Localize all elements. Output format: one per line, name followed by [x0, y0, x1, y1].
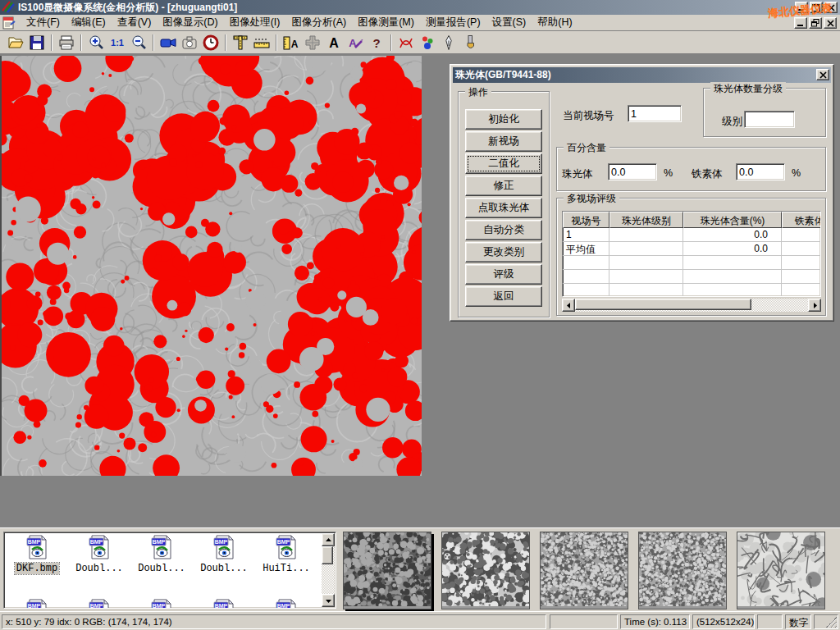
menu-item[interactable]: 测量报告(P) — [420, 14, 486, 31]
file-item[interactable]: BMPDoubl... — [193, 535, 255, 574]
brush-tool-button[interactable] — [459, 33, 481, 52]
thumbnail-2[interactable] — [441, 532, 530, 609]
menu-item[interactable]: 图像测量(M) — [352, 14, 420, 31]
rating-table[interactable]: 视场号珠光体级别珠光体含量(%)铁素体含量(%)10.0平均值0.0 — [562, 211, 821, 297]
level-input[interactable] — [744, 111, 795, 128]
table-cell — [563, 256, 609, 270]
annotate-button[interactable]: A — [345, 33, 366, 52]
menu-item[interactable]: 图像处理(I) — [224, 14, 286, 31]
table-header-row: 视场号珠光体级别珠光体含量(%)铁素体含量(%) — [563, 212, 820, 228]
pen-tool-button[interactable] — [438, 33, 459, 52]
help-button[interactable]: ? — [366, 33, 387, 52]
mdi-minimize-button[interactable] — [794, 17, 807, 29]
menu-item[interactable]: 设置(S) — [486, 14, 532, 31]
current-field-input[interactable] — [628, 105, 682, 122]
file-item[interactable]: BMPDoubl... — [130, 535, 193, 574]
dialog-title-bar[interactable]: 珠光体(GB/T9441-88) — [453, 67, 831, 83]
file-name[interactable]: Doubl... — [136, 563, 187, 574]
file-list-scrollbar[interactable] — [322, 533, 335, 607]
resize-grip[interactable] — [826, 617, 837, 628]
video-camera-button[interactable] — [158, 33, 179, 52]
svg-text:BMP: BMP — [276, 603, 290, 609]
zoom-1to1-button[interactable]: 1:1 — [107, 33, 128, 52]
table-row[interactable] — [563, 256, 820, 270]
close-button[interactable] — [824, 2, 838, 13]
curve-tool-button[interactable] — [395, 33, 417, 52]
multi-field-group-label: 多视场评级 — [564, 192, 619, 206]
op-button-2[interactable]: 新视场 — [465, 131, 542, 152]
mdi-close-button[interactable] — [824, 17, 837, 29]
zoom-out-button[interactable] — [128, 33, 149, 52]
column-header[interactable]: 珠光体含量(%) — [683, 212, 782, 228]
column-header[interactable]: 珠光体级别 — [609, 212, 683, 228]
capture-button[interactable] — [179, 33, 200, 52]
column-header[interactable]: 铁素体含量(%) — [782, 212, 821, 228]
op-button-3[interactable]: 二值化 — [465, 153, 542, 174]
file-item[interactable]: BMP — [130, 599, 193, 609]
file-item[interactable]: BMP — [255, 599, 317, 609]
timer-button[interactable] — [200, 33, 221, 52]
file-item[interactable]: BMP — [193, 599, 255, 609]
op-button-9[interactable]: 返回 — [465, 286, 542, 307]
pearlite-percent-input[interactable] — [608, 163, 657, 180]
table-row[interactable]: 平均值0.0 — [563, 242, 820, 256]
thumbnail-4[interactable] — [638, 532, 727, 609]
print-button[interactable] — [56, 33, 77, 52]
count-points-button[interactable] — [417, 33, 438, 52]
scrollbar-thumb[interactable] — [575, 299, 751, 310]
file-item[interactable]: BMPHuiTi... — [255, 535, 317, 574]
metallographic-image[interactable] — [2, 56, 422, 476]
thumbnail-1[interactable] — [343, 532, 431, 609]
menu-item[interactable]: 图像分析(A) — [285, 14, 352, 31]
file-name[interactable]: Doubl... — [199, 563, 249, 574]
thumbnail-3[interactable] — [540, 532, 628, 609]
table-horizontal-scrollbar[interactable] — [562, 299, 821, 312]
ruler-button[interactable] — [251, 33, 272, 52]
bottom-panel: BMPDKF.bmpBMPDoubl...BMPDoubl...BMPDoubl… — [0, 527, 840, 611]
menu-item[interactable]: 文件(F) — [21, 14, 66, 31]
ferrite-percent-input[interactable] — [736, 163, 785, 180]
file-item[interactable]: BMP — [6, 599, 68, 609]
open-file-button[interactable] — [5, 33, 26, 52]
thumbnail-5[interactable] — [737, 532, 825, 609]
table-row[interactable] — [563, 284, 820, 297]
file-item[interactable]: BMPDoubl... — [68, 535, 130, 574]
caliper-button[interactable] — [230, 33, 251, 52]
op-button-6[interactable]: 自动分类 — [465, 220, 542, 240]
mdi-restore-button[interactable] — [809, 17, 822, 29]
scroll-down-icon[interactable] — [322, 594, 335, 607]
table-row[interactable] — [563, 270, 820, 284]
file-item[interactable]: BMPDKF.bmp — [6, 535, 68, 574]
file-name[interactable]: DKF.bmp — [15, 563, 59, 574]
op-button-5[interactable]: 点取珠光体 — [465, 198, 542, 218]
svg-text:BMP: BMP — [214, 539, 227, 545]
op-button-8[interactable]: 评级 — [465, 264, 542, 285]
op-button-7[interactable]: 更改类别 — [465, 242, 542, 262]
dialog-close-icon[interactable] — [816, 69, 829, 80]
op-button-4[interactable]: 修正 — [465, 176, 542, 196]
file-name[interactable]: HuiTi... — [261, 563, 312, 574]
file-name[interactable]: Doubl... — [74, 563, 125, 574]
menu-item[interactable]: 帮助(H) — [532, 14, 578, 31]
menu-item[interactable]: 图像显示(D) — [157, 14, 223, 31]
menu-item[interactable]: 编辑(E) — [66, 14, 112, 31]
bmp-file-icon: BMP — [213, 599, 235, 609]
text-label-button[interactable]: A — [323, 33, 345, 52]
scroll-right-icon[interactable] — [808, 299, 821, 312]
measure-text-button[interactable]: A — [281, 33, 302, 52]
column-header[interactable]: 视场号 — [563, 212, 609, 228]
scroll-left-icon[interactable] — [562, 299, 575, 312]
minimize-button[interactable] — [795, 2, 808, 13]
op-button-1[interactable]: 初始化 — [465, 109, 542, 130]
table-row[interactable]: 10.0 — [563, 228, 820, 242]
zoom-in-button[interactable] — [85, 33, 107, 52]
file-item[interactable]: BMP — [68, 599, 130, 609]
menu-item[interactable]: 查看(V) — [112, 14, 158, 31]
bmp-file-icon: BMP — [151, 599, 173, 609]
file-browser[interactable]: BMPDKF.bmpBMPDoubl...BMPDoubl...BMPDoubl… — [3, 532, 336, 609]
maximize-button[interactable] — [810, 2, 823, 13]
save-button[interactable] — [26, 33, 48, 52]
scroll-up-icon[interactable] — [322, 533, 335, 546]
grid-button[interactable] — [302, 33, 323, 52]
table-cell: 0.0 — [683, 242, 782, 256]
